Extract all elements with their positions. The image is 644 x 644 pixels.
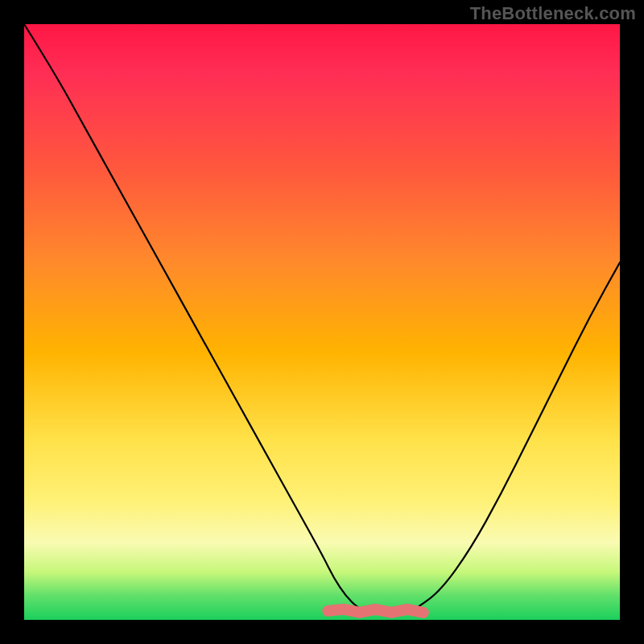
plot-area bbox=[24, 24, 620, 620]
chart-frame: TheBottleneck.com bbox=[0, 0, 644, 644]
optimal-band bbox=[328, 609, 423, 613]
chart-svg bbox=[24, 24, 620, 620]
bottleneck-curve bbox=[24, 24, 620, 614]
watermark-text: TheBottleneck.com bbox=[470, 3, 636, 24]
